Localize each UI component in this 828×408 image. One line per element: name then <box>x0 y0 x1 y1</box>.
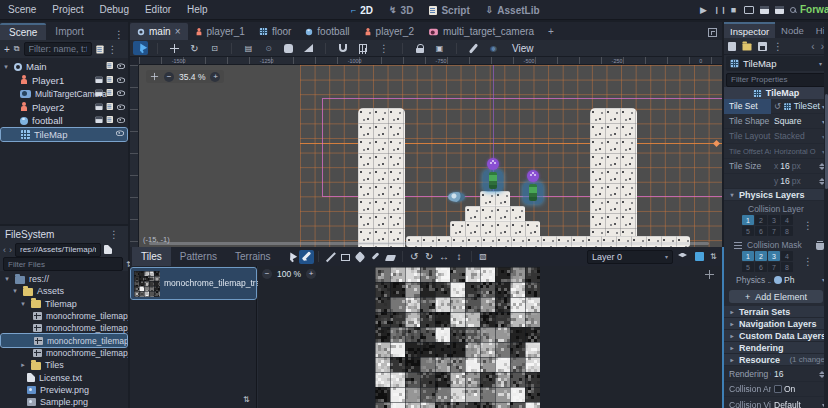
inspector-filter-input[interactable] <box>726 73 828 87</box>
menu-project[interactable]: Project <box>44 4 91 15</box>
random-tile-toggle[interactable]: ▧ <box>476 250 491 264</box>
view-menu-button[interactable]: View <box>506 43 540 54</box>
tile-layout-dropdown[interactable]: Stacked▾ <box>771 131 828 141</box>
flip-horizontal-button[interactable]: ↔ <box>437 250 452 264</box>
tileset-source-item[interactable]: monochrome_tilemap_tra... <box>131 268 256 299</box>
filesystem-options-menu[interactable]: ⋮ <box>105 229 123 240</box>
scene-instance-icon[interactable] <box>95 116 102 122</box>
player1-camera-target-gizmo[interactable] <box>487 158 499 170</box>
grid-snap-toggle[interactable] <box>355 41 370 55</box>
skeleton-options-button[interactable] <box>466 41 481 55</box>
play-scene-button[interactable] <box>760 6 769 14</box>
visibility-icon[interactable] <box>117 63 125 69</box>
fs-item-monochrome-1[interactable]: monochrome_tilemap_... <box>0 310 128 322</box>
tab-tiles[interactable]: Tiles <box>132 247 171 266</box>
tile-rect-tool[interactable] <box>338 250 353 264</box>
fs-item-monochrome-4[interactable]: monochrome_tilemap_... <box>0 347 128 359</box>
tilemap-advanced-menu[interactable]: ⇅ <box>707 250 722 264</box>
add-element-button[interactable]: + Add Element <box>729 290 823 303</box>
nav-back-button[interactable]: ‹ <box>3 245 6 255</box>
scene-tab-player-2[interactable]: player_2 <box>357 23 421 40</box>
select-tool-button[interactable] <box>133 41 148 55</box>
pyramid-row-2[interactable] <box>465 206 525 221</box>
path-breadcrumb[interactable] <box>15 243 101 257</box>
rotate-right-button[interactable]: ↻ <box>422 250 437 264</box>
edited-object-selector[interactable]: TileMap ▾ <box>726 56 826 71</box>
visibility-icon[interactable] <box>116 129 124 135</box>
tile-line-tool[interactable] <box>323 250 338 264</box>
fs-item-tiles-folder[interactable]: ▸Tiles <box>0 359 128 371</box>
tab-node[interactable]: Node <box>775 23 810 38</box>
pyramid-row-3[interactable] <box>450 221 540 237</box>
scene-tree-options-menu[interactable]: ⋮ <box>108 44 118 55</box>
script-icon[interactable] <box>107 75 113 82</box>
tile-shape-dropdown[interactable]: Square▾ <box>771 116 828 126</box>
close-tab-icon[interactable]: × <box>175 26 181 37</box>
viewport-hscrollbar[interactable] <box>149 242 709 245</box>
menu-debug[interactable]: Debug <box>91 4 136 15</box>
play-custom-scene-button[interactable] <box>775 6 784 14</box>
remote-debug-icon[interactable] <box>744 6 754 14</box>
scene-tab-floor[interactable]: floor <box>252 23 298 40</box>
tile-size-x-field[interactable]: x 16 px <box>771 161 828 171</box>
tree-node-player2[interactable]: Player2 <box>0 101 128 115</box>
right-tower-tiles[interactable] <box>590 108 637 247</box>
viewport-canvas[interactable]: − 35.4 % + (-15, -1) <box>139 65 722 247</box>
script-icon[interactable] <box>107 62 113 69</box>
fs-item-tilemap-folder[interactable]: ▾Tilemap <box>0 298 128 310</box>
collision-animatable-checkbox[interactable] <box>774 385 782 393</box>
tile-paint-tool[interactable] <box>299 250 314 264</box>
load-resource-button[interactable] <box>743 43 752 50</box>
scene-instance-icon[interactable] <box>95 76 102 82</box>
tile-offset-axis-dropdown[interactable]: Horizontal O▾ <box>771 147 828 156</box>
smart-snap-toggle[interactable] <box>335 41 350 55</box>
movie-maker-icon[interactable] <box>790 7 797 14</box>
tree-node-football[interactable]: football <box>0 114 128 128</box>
visibility-icon[interactable] <box>117 76 125 82</box>
atlas-pan-icon[interactable] <box>705 270 714 279</box>
zoom-in-button[interactable]: + <box>210 72 220 82</box>
workspace-2d-button[interactable]: ⌐2D <box>344 0 380 20</box>
workspace-script-button[interactable]: Script <box>422 0 476 20</box>
scene-tab-football[interactable]: football <box>298 23 356 40</box>
pan-tool-button[interactable] <box>281 41 296 55</box>
tab-scene[interactable]: Scene <box>0 23 46 40</box>
drag-handle-icon[interactable] <box>734 242 742 249</box>
rotate-tool-button[interactable]: ↻ <box>187 41 202 55</box>
highlight-layer-toggle[interactable] <box>675 250 690 264</box>
visibility-icon[interactable] <box>117 103 125 109</box>
override-camera-button[interactable]: ◉ <box>486 41 501 55</box>
script-icon[interactable] <box>107 89 113 96</box>
center-view-icon[interactable] <box>151 73 158 80</box>
section-rendering[interactable]: ▸Rendering <box>724 342 828 354</box>
collapse-icon[interactable]: ▾ <box>2 63 10 71</box>
tileset-atlas-preview[interactable] <box>375 267 540 408</box>
tile-picker-tool[interactable] <box>368 250 383 264</box>
revert-icon[interactable]: ↺ <box>774 102 781 111</box>
section-resource[interactable]: ▸Resource(1 change <box>724 354 828 366</box>
tree-node-tilemap[interactable]: TileMap <box>1 128 127 142</box>
layer-selector[interactable]: Layer 0▾ <box>587 250 673 264</box>
resource-options-menu[interactable]: ⋮ <box>773 41 783 52</box>
tree-node-main[interactable]: ▾ Main <box>0 60 128 74</box>
football-sprite[interactable] <box>448 192 465 202</box>
source-sort-button[interactable]: ⇅ <box>243 395 252 404</box>
nav-forward-button[interactable]: › <box>9 245 12 255</box>
group-selected-button[interactable]: ▣ <box>432 41 447 55</box>
instance-scene-button[interactable]: ⧉ <box>14 44 20 54</box>
script-icon[interactable] <box>107 102 113 109</box>
player2-camera-target-gizmo[interactable] <box>527 170 539 182</box>
prop-label[interactable]: Tile Set <box>724 99 771 114</box>
pause-button[interactable]: ❙❙ <box>714 6 723 14</box>
section-terrain-sets[interactable]: ▸Terrain Sets <box>724 306 828 318</box>
left-tower-tiles[interactable] <box>358 108 405 247</box>
scene-tab-multi-target-camera[interactable]: multi_target_camera <box>421 23 541 40</box>
zoom-out-button[interactable]: − <box>164 72 174 82</box>
tab-terrains[interactable]: Terrains <box>226 247 280 266</box>
collision-mask-grid[interactable]: 1234 5678 <box>742 251 793 272</box>
pivot-tool-button[interactable]: ⊙ <box>261 41 276 55</box>
grid-visibility-toggle[interactable] <box>692 250 707 264</box>
list-select-tool-button[interactable]: ▤ <box>241 41 256 55</box>
scale-tool-button[interactable]: ⊡ <box>207 41 222 55</box>
flip-vertical-button[interactable]: ↕ <box>452 250 467 264</box>
